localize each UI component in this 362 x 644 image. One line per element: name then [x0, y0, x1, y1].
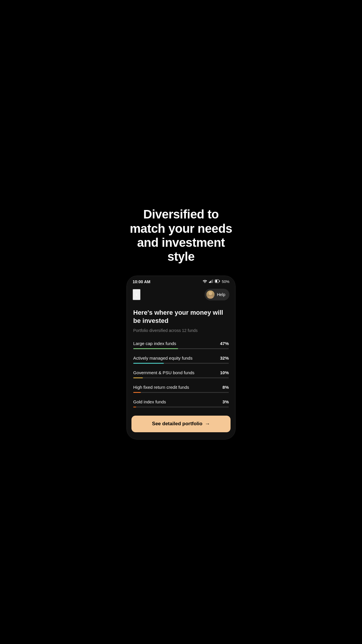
fund-header: Government & PSU bond funds 10%	[133, 370, 229, 375]
progress-bar-container	[133, 407, 229, 407]
svg-rect-0	[209, 282, 210, 283]
fund-percentage: 8%	[222, 385, 229, 390]
avatar-body	[208, 296, 213, 299]
status-time: 10:00 AM	[133, 279, 150, 284]
status-icons: 50%	[203, 279, 229, 284]
fund-list: Large cap index funds 47% Actively manag…	[133, 341, 229, 407]
progress-bar-container	[133, 392, 229, 393]
fund-percentage: 47%	[220, 341, 229, 346]
fund-item: High fixed return credit funds 8%	[133, 385, 229, 393]
fund-percentage: 32%	[220, 356, 229, 360]
avatar-head	[209, 292, 212, 295]
progress-bar-container	[133, 377, 229, 378]
svg-rect-3	[212, 279, 213, 283]
svg-rect-5	[219, 281, 220, 282]
signal-icon	[209, 279, 213, 284]
cta-arrow-icon: →	[205, 421, 210, 427]
fund-item: Large cap index funds 47%	[133, 341, 229, 349]
fund-header: Gold index funds 3%	[133, 399, 229, 404]
fund-item: Actively managed equity funds 32%	[133, 356, 229, 364]
battery-icon	[215, 279, 220, 284]
cta-label: See detailed portfolio	[152, 421, 203, 427]
progress-bar-container	[133, 348, 229, 349]
fund-percentage: 10%	[220, 370, 229, 375]
progress-bar-container	[133, 363, 229, 364]
fund-name: Large cap index funds	[133, 341, 176, 346]
progress-bar-fill	[133, 407, 136, 407]
cta-section: See detailed portfolio →	[127, 416, 235, 439]
fund-name: Gold index funds	[133, 399, 166, 404]
fund-name: Government & PSU bond funds	[133, 370, 194, 375]
page-container: Diversified to match your needs and inve…	[121, 196, 241, 448]
section-title: Here's where your money will be invested	[133, 309, 229, 325]
fund-header: Large cap index funds 47%	[133, 341, 229, 346]
fund-header: Actively managed equity funds 32%	[133, 356, 229, 360]
fund-percentage: 3%	[222, 399, 229, 404]
progress-bar-fill	[133, 377, 143, 378]
status-bar: 10:00 AM	[127, 276, 235, 286]
help-label: Help	[217, 292, 225, 297]
progress-bar-fill	[133, 392, 141, 393]
phone-mockup: 10:00 AM	[126, 276, 236, 440]
back-button[interactable]: ‹	[133, 289, 140, 300]
svg-rect-6	[215, 280, 217, 282]
help-button[interactable]: Help	[205, 289, 229, 300]
svg-rect-2	[211, 280, 212, 283]
wifi-icon	[203, 279, 207, 284]
hero-title: Diversified to match your needs and inve…	[126, 207, 236, 264]
fund-item: Government & PSU bond funds 10%	[133, 370, 229, 378]
fund-name: Actively managed equity funds	[133, 356, 192, 360]
nav-bar: ‹ Help	[127, 286, 235, 304]
help-avatar-icon	[206, 290, 215, 299]
section-subtitle: Portfolio diversified across 12 funds	[133, 328, 229, 333]
fund-name: High fixed return credit funds	[133, 385, 189, 390]
avatar-person	[206, 290, 215, 299]
battery-percentage: 50%	[222, 279, 229, 284]
fund-header: High fixed return credit funds 8%	[133, 385, 229, 390]
fund-item: Gold index funds 3%	[133, 399, 229, 407]
progress-bar-fill	[133, 363, 164, 364]
see-portfolio-button[interactable]: See detailed portfolio →	[131, 416, 231, 432]
svg-rect-1	[210, 281, 211, 283]
content-area: Here's where your money will be invested…	[127, 304, 235, 407]
progress-bar-fill	[133, 348, 178, 349]
